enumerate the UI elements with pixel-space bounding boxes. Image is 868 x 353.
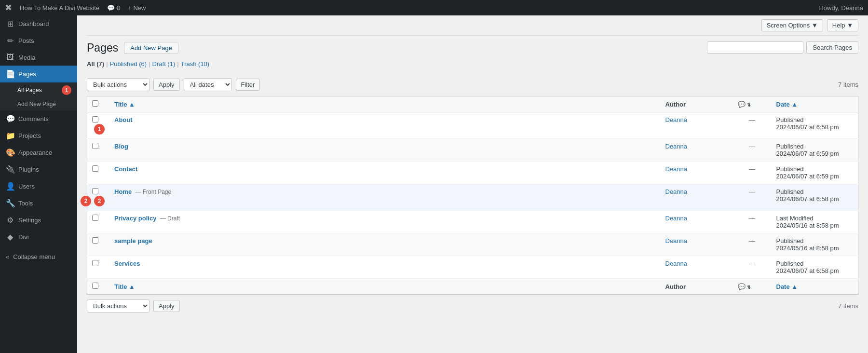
sidebar-item-pages[interactable]: 📄 Pages xyxy=(0,66,77,82)
col-footer-comments[interactable]: 💬 ⇅ xyxy=(733,279,772,295)
table-row: sample pageDeanna—Published2024/05/16 at… xyxy=(87,233,858,256)
filter-draft-label: Draft xyxy=(152,60,166,68)
select-all-checkbox-top[interactable] xyxy=(92,100,98,107)
page-title-link-2[interactable]: Blog xyxy=(114,143,128,150)
wp-logo-icon: ✖ xyxy=(5,2,12,13)
filter-published-label: Published xyxy=(110,60,137,68)
adminbar-new[interactable]: + New xyxy=(128,4,146,12)
collapse-icon: « xyxy=(6,253,9,260)
date-val-7: 2024/06/07 at 6:58 pm xyxy=(776,267,839,274)
apply-button-bottom[interactable]: Apply xyxy=(153,300,180,312)
comments-value-2: — xyxy=(749,143,755,150)
col-footer-date[interactable]: Date ▲ xyxy=(772,279,858,295)
screen-options-button[interactable]: Screen Options ▼ xyxy=(761,19,823,31)
row-checkbox-5[interactable] xyxy=(92,215,98,221)
date-status-2: Published xyxy=(776,143,804,150)
screen-options-bar: Screen Options ▼ Help ▼ xyxy=(87,15,858,36)
page-title-link-6[interactable]: sample page xyxy=(114,237,152,244)
page-title-link-7[interactable]: Services xyxy=(114,260,140,267)
filter-draft[interactable]: Draft (1) xyxy=(152,60,176,68)
search-pages-input[interactable] xyxy=(707,41,803,54)
row-checkbox-4[interactable] xyxy=(92,188,98,194)
col-header-comments[interactable]: 💬 ⇅ xyxy=(733,96,772,112)
comments-value-3: — xyxy=(749,165,755,173)
date-val-5: 2024/05/16 at 8:58 pm xyxy=(776,222,839,229)
col-footer-title[interactable]: Title ▲ xyxy=(109,279,661,295)
author-link-6[interactable]: Deanna xyxy=(665,237,688,244)
row-checkbox-1[interactable] xyxy=(92,116,98,122)
bulk-actions-select-bottom[interactable]: Bulk actions xyxy=(87,299,149,312)
bottom-tablenav: Bulk actions Apply 7 items xyxy=(87,299,858,312)
author-link-4[interactable]: Deanna xyxy=(665,188,688,195)
sidebar-item-settings[interactable]: ⚙ Settings xyxy=(0,212,77,229)
add-new-page-button[interactable]: Add New Page xyxy=(124,42,178,54)
author-link-1[interactable]: Deanna xyxy=(665,116,688,123)
comments-icon: 💬 xyxy=(6,114,14,123)
row-checkbox-6[interactable] xyxy=(92,237,98,244)
title-sort-link-bottom[interactable]: Title ▲ xyxy=(114,283,135,290)
row-author-5: Deanna xyxy=(661,211,733,233)
sidebar-item-comments[interactable]: 💬 Comments xyxy=(0,110,77,127)
sidebar-item-dashboard[interactable]: ⊞ Dashboard xyxy=(0,15,77,32)
date-sort-link-bottom[interactable]: Date ▲ xyxy=(776,283,798,290)
row-title-6: sample page xyxy=(109,233,661,256)
col-header-title[interactable]: Title ▲ xyxy=(109,96,661,112)
sidebar-label-projects: Projects xyxy=(18,132,41,139)
submenu-add-new-page[interactable]: Add New Page xyxy=(0,98,77,110)
date-val-4: 2024/06/07 at 6:58 pm xyxy=(776,195,839,203)
apply-button-top[interactable]: Apply xyxy=(153,79,180,91)
sidebar-item-plugins[interactable]: 🔌 Plugins xyxy=(0,161,77,178)
submenu-all-pages[interactable]: All Pages 1 xyxy=(0,82,77,98)
sidebar-item-projects[interactable]: 📁 Projects xyxy=(0,127,77,144)
select-all-checkbox-bottom[interactable] xyxy=(92,283,98,289)
top-right-area: Search Pages xyxy=(707,41,858,54)
search-pages-button[interactable]: Search Pages xyxy=(806,41,858,54)
adminbar-site[interactable]: How To Make A Divi Website xyxy=(20,4,99,12)
bulk-actions-select-top[interactable]: Bulk actions xyxy=(87,78,149,91)
title-sort-link[interactable]: Title ▲ xyxy=(114,101,135,108)
page-title-link-1[interactable]: About xyxy=(114,116,133,123)
row-author-6: Deanna xyxy=(661,233,733,256)
comment-bubble-icon: 💬 xyxy=(107,4,115,12)
page-title-link-5[interactable]: Privacy policy xyxy=(114,215,156,222)
collapse-label: Collapse menu xyxy=(13,253,55,260)
items-count-bottom: 7 items xyxy=(838,302,858,310)
comments-value-4: — xyxy=(749,188,755,195)
row-comments-1: — xyxy=(733,112,772,139)
filter-trash[interactable]: Trash (10) xyxy=(181,60,210,68)
collapse-menu[interactable]: « Collapse menu xyxy=(0,249,77,264)
comment-col-icon: 💬 xyxy=(738,101,746,108)
help-button[interactable]: Help ▼ xyxy=(827,19,858,31)
author-link-5[interactable]: Deanna xyxy=(665,215,688,222)
page-title-link-3[interactable]: Contact xyxy=(114,165,137,173)
author-link-7[interactable]: Deanna xyxy=(665,260,688,267)
date-val-1: 2024/06/07 at 6:58 pm xyxy=(776,123,839,131)
sidebar-label-posts: Posts xyxy=(18,37,34,44)
col-header-date[interactable]: Date ▲ xyxy=(772,96,858,112)
author-link-3[interactable]: Deanna xyxy=(665,165,688,173)
row-checkbox-3[interactable] xyxy=(92,165,98,172)
comments-value-5: — xyxy=(749,215,755,222)
page-badge-4: — Front Page xyxy=(134,189,171,195)
sidebar-item-divi[interactable]: ◆ Divi xyxy=(0,229,77,245)
sidebar-item-media[interactable]: 🖼 Media xyxy=(0,49,77,66)
sidebar-item-tools[interactable]: 🔧 Tools xyxy=(0,195,77,212)
row-checkbox-7[interactable] xyxy=(92,260,98,266)
author-link-2[interactable]: Deanna xyxy=(665,143,688,150)
adminbar-comments[interactable]: 💬 0 xyxy=(107,4,120,12)
row-title-2: Blog xyxy=(109,139,661,162)
filter-button[interactable]: Filter xyxy=(236,79,260,91)
filter-all[interactable]: All (7) xyxy=(87,60,104,68)
sidebar-item-posts[interactable]: ✏ Posts xyxy=(0,32,77,49)
table-row: BlogDeanna—Published2024/06/07 at 6:59 p… xyxy=(87,139,858,162)
sidebar-label-dashboard: Dashboard xyxy=(18,20,49,27)
page-title-link-4[interactable]: Home xyxy=(114,188,132,195)
table-row: 22Home — Front PageDeanna—Published2024/… xyxy=(87,184,858,211)
sidebar-item-appearance[interactable]: 🎨 Appearance xyxy=(0,144,77,161)
all-dates-select[interactable]: All dates xyxy=(184,78,232,91)
row-checkbox-2[interactable] xyxy=(92,143,98,149)
sidebar-item-users[interactable]: 👤 Users xyxy=(0,178,77,195)
date-sort-link[interactable]: Date ▲ xyxy=(776,101,798,108)
row-title-5: Privacy policy — Draft xyxy=(109,211,661,233)
filter-published[interactable]: Published (6) xyxy=(110,60,147,68)
